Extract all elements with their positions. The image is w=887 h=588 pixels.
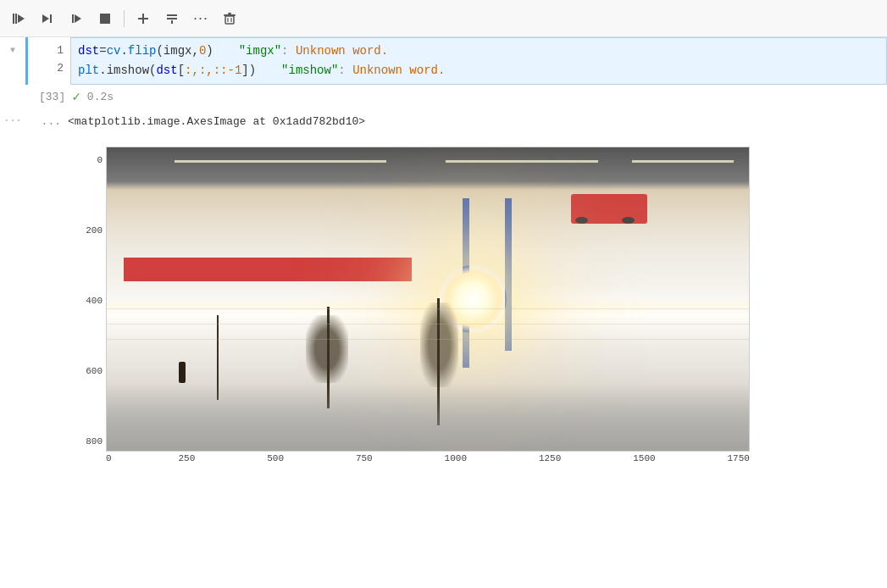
code-text-1: dst=cv.flip(imgx,0)	[78, 42, 213, 61]
plot-container: 0 200 400 600 800	[68, 138, 887, 473]
scene-canvas	[107, 147, 749, 451]
hint-1: "imgx": Unknown word.	[239, 42, 388, 61]
y-label-200: 200	[86, 225, 103, 236]
x-axis: 0 250 500 750 1000 1250 1500 1750	[76, 452, 750, 463]
insert-before-button[interactable]	[131, 7, 155, 31]
x-label-1750: 1750	[728, 453, 750, 463]
light-strip-1	[175, 160, 386, 163]
water-line-2	[107, 324, 749, 325]
svg-marker-6	[75, 14, 81, 23]
output-section: ··· ... <matplotlib.image.AxesImage at 0…	[0, 108, 887, 476]
line-num-2: 2	[47, 60, 64, 78]
output-content: <matplotlib.image.AxesImage at 0x1add782…	[68, 108, 887, 476]
svg-rect-1	[15, 14, 17, 24]
notebook-container: ··· ▼ 1 2	[0, 0, 887, 476]
water-line-1	[107, 308, 749, 309]
water-line-3	[107, 339, 749, 340]
overhead-structure	[107, 147, 749, 190]
x-label-750: 750	[356, 453, 373, 463]
output-text: <matplotlib.image.AxesImage at 0x1add782…	[68, 112, 887, 135]
x-label-1250: 1250	[539, 453, 561, 463]
y-label-0: 0	[97, 155, 103, 165]
x-label-1500: 1500	[633, 453, 655, 463]
x-label-0: 0	[106, 453, 112, 463]
x-label-500: 500	[267, 453, 284, 463]
blue-pole-2	[505, 198, 512, 351]
toolbar-separator	[124, 10, 125, 27]
svg-rect-14	[224, 14, 236, 16]
code-editor[interactable]: dst=cv.flip(imgx,0) "imgx": Unknown word…	[70, 37, 887, 85]
y-axis: 0 200 400 600 800	[76, 147, 106, 463]
side-indicator[interactable]: ▼	[0, 37, 25, 108]
run-after-button[interactable]	[64, 7, 88, 31]
code-line-2: plt.imshow(dst[:,:,::-1]) "imshow": Unkn…	[78, 61, 879, 80]
svg-marker-2	[18, 14, 25, 23]
y-label-400: 400	[86, 296, 103, 306]
svg-rect-5	[72, 14, 74, 23]
cell-row: ▼ 1 2 dst=cv.flip(imgx,0) "imgx": Unknow…	[0, 37, 887, 108]
x-label-1000: 1000	[445, 453, 467, 463]
insert-after-button[interactable]	[160, 7, 184, 31]
output-side: ···	[0, 108, 25, 127]
svg-rect-9	[138, 18, 148, 19]
code-line-1: dst=cv.flip(imgx,0) "imgx": Unknown word…	[78, 42, 879, 61]
stop-button[interactable]	[93, 7, 117, 31]
svg-rect-10	[167, 18, 177, 19]
side-chevron[interactable]: ▼	[10, 46, 15, 55]
cell-execution-number: [33]	[39, 91, 65, 103]
code-cell-wrapper: 1 2 dst=cv.flip(imgx,0) "imgx": Unknown …	[25, 37, 887, 85]
cell-toolbar: ···	[0, 0, 887, 37]
y-label-600: 600	[86, 366, 103, 376]
bus-vehicle	[571, 194, 647, 224]
plot-image	[106, 147, 750, 452]
svg-rect-7	[100, 14, 110, 24]
run-before-button[interactable]	[36, 7, 59, 31]
cell-content-area: 1 2 dst=cv.flip(imgx,0) "imgx": Unknown …	[25, 37, 887, 108]
run-all-button[interactable]	[7, 7, 30, 31]
x-label-250: 250	[179, 453, 196, 463]
hint-2: "imshow": Unknown word.	[281, 61, 445, 80]
y-label-800: 800	[86, 436, 103, 447]
output-side-dots: ···	[3, 115, 22, 127]
svg-marker-3	[42, 14, 49, 23]
more-button[interactable]: ···	[189, 7, 213, 31]
light-strip-3	[632, 160, 734, 163]
svg-rect-15	[228, 13, 231, 14]
light-strip-2	[446, 160, 598, 163]
execution-time: 0.2s	[87, 91, 114, 103]
execution-status: [33] ✓ 0.2s	[25, 85, 887, 108]
output-prompt: ...	[25, 108, 68, 128]
red-banner	[124, 258, 412, 281]
delete-button[interactable]	[218, 7, 241, 31]
code-text-2: plt.imshow(dst[:,:,::-1])	[78, 61, 256, 80]
svg-rect-0	[13, 14, 14, 24]
plot-area: 0 200 400 600 800	[76, 147, 750, 463]
bottom-structure	[107, 383, 749, 451]
svg-rect-13	[225, 16, 234, 24]
svg-rect-11	[167, 14, 177, 16]
svg-rect-4	[50, 14, 52, 23]
svg-rect-12	[171, 20, 173, 24]
line-num-1: 1	[47, 42, 64, 60]
cell-gutter: 1 2	[28, 37, 70, 85]
figure-silhouette	[179, 362, 186, 383]
execution-check-icon: ✓	[72, 88, 80, 105]
